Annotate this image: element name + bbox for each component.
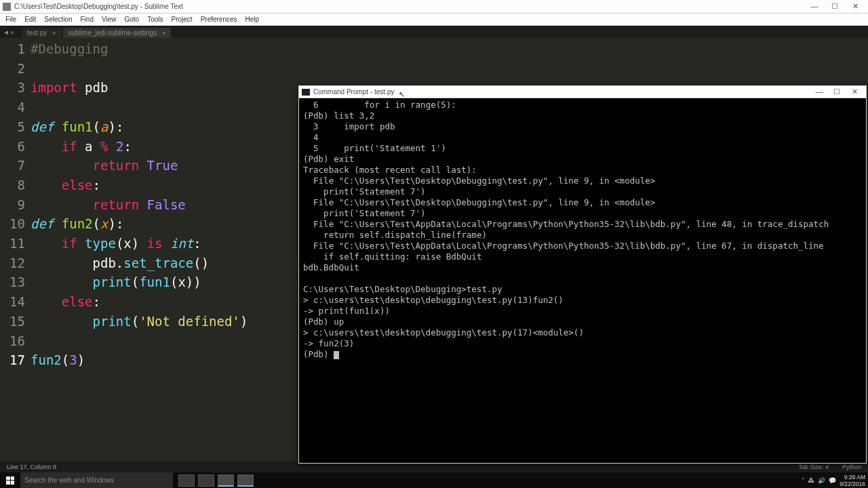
minimize-button[interactable]: —	[804, 2, 825, 11]
status-line-col[interactable]: Line 17, Column 8	[7, 464, 56, 470]
cmd-app-icon	[302, 89, 310, 96]
maximize-button[interactable]: ☐	[825, 2, 845, 11]
start-button[interactable]	[0, 472, 20, 488]
tray-time: 9:26 AM	[840, 474, 865, 481]
taskbar-apps	[178, 474, 254, 487]
tab-label: test.py	[27, 29, 47, 37]
search-placeholder: Search the web and Windows	[24, 476, 114, 484]
menu-item[interactable]: Edit	[24, 16, 36, 23]
cmd-window: Command Prompt - test.py ↖ — ☐ ✕ 6 for i…	[298, 85, 867, 464]
taskbar-search[interactable]: Search the web and Windows	[20, 472, 173, 488]
close-icon[interactable]: ×	[162, 30, 165, 37]
sublime-tabbar: ◄ ► test.py × sublime_jedi.sublime-setti…	[0, 26, 868, 38]
cmd-title-text: Command Prompt - test.py	[313, 88, 394, 96]
nav-forward-icon[interactable]: ►	[9, 28, 16, 36]
menu-item[interactable]: View	[102, 16, 117, 23]
menu-item[interactable]: Project	[172, 16, 193, 23]
cmd-titlebar[interactable]: Command Prompt - test.py ↖ — ☐ ✕	[299, 86, 866, 98]
system-tray: ˄ 🖧 🔊 💬 9:26 AM 9/22/2016	[802, 474, 868, 487]
menu-item[interactable]: Goto	[124, 16, 139, 23]
cmd-output[interactable]: 6 for i in range(5): (Pdb) list 3,2 3 im…	[299, 98, 866, 361]
sublime-taskbar-icon[interactable]	[218, 474, 234, 487]
tab-test-py[interactable]: test.py ×	[22, 28, 62, 38]
maximize-button[interactable]: ☐	[828, 87, 846, 96]
line-numbers: 1234567891011121314151617	[0, 38, 31, 458]
windows-taskbar: Search the web and Windows ˄ 🖧 🔊 💬 9:26 …	[0, 472, 868, 488]
tray-volume-icon[interactable]: 🔊	[818, 477, 825, 484]
close-button[interactable]: ✕	[846, 87, 863, 96]
tray-chevron-icon[interactable]: ˄	[802, 477, 805, 484]
tray-network-icon[interactable]: 🖧	[808, 477, 814, 484]
menu-item[interactable]: Tools	[147, 16, 163, 23]
tab-label: sublime_jedi.sublime-settings	[68, 29, 157, 37]
tab-sublime-jedi-settings[interactable]: sublime_jedi.sublime-settings ×	[63, 28, 172, 38]
task-view-icon[interactable]	[178, 474, 195, 487]
sublime-app-icon	[3, 3, 11, 11]
cmd-taskbar-icon[interactable]	[237, 474, 254, 487]
tray-date: 9/22/2016	[840, 481, 865, 487]
menu-item[interactable]: Find	[81, 16, 94, 23]
windows-logo-icon	[6, 476, 14, 485]
sublime-menubar: File Edit Selection Find View Goto Tools…	[0, 14, 868, 26]
menu-item[interactable]: Selection	[44, 16, 72, 23]
sublime-title-text: C:\Users\Test\Desktop\Debugging\test.py …	[14, 3, 183, 10]
close-icon[interactable]: ×	[52, 30, 56, 37]
status-language[interactable]: Python	[842, 464, 861, 470]
menu-item[interactable]: File	[5, 16, 16, 23]
menu-item[interactable]: Help	[245, 16, 260, 23]
tray-notifications-icon[interactable]: 💬	[829, 477, 836, 484]
status-tab-size[interactable]: Tab Size: 4	[798, 464, 829, 470]
file-explorer-icon[interactable]	[198, 474, 214, 487]
sublime-titlebar[interactable]: C:\Users\Test\Desktop\Debugging\test.py …	[0, 0, 868, 14]
nav-back-icon[interactable]: ◄	[3, 28, 9, 36]
menu-item[interactable]: Preferences	[201, 16, 237, 23]
minimize-button[interactable]: —	[810, 87, 828, 96]
tray-clock[interactable]: 9:26 AM 9/22/2016	[840, 474, 865, 487]
close-button[interactable]: ✕	[845, 2, 865, 11]
